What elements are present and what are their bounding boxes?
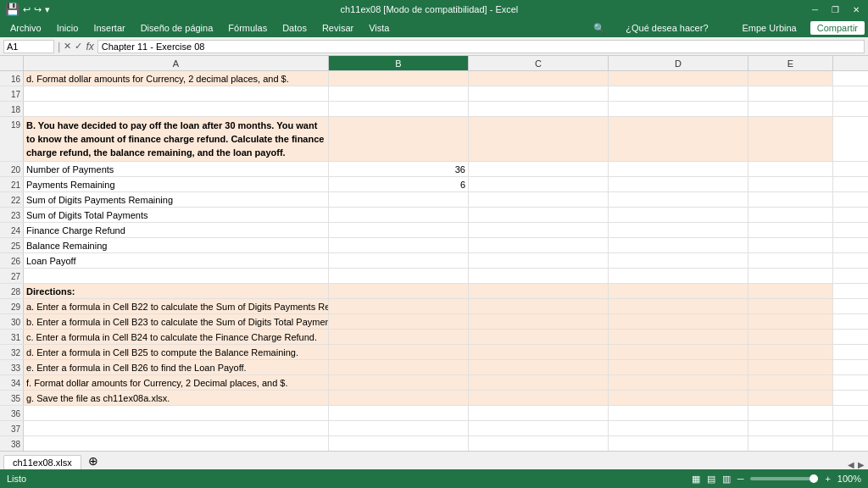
cell-31-A[interactable]: c. Enter a formula in Cell B24 to calcul… (24, 330, 329, 344)
cell-36-A[interactable] (24, 406, 329, 420)
cell-24-C[interactable] (469, 223, 609, 237)
cell-24-E[interactable] (748, 223, 833, 237)
page-break-icon[interactable]: ▥ (722, 474, 731, 485)
cell-29-C[interactable] (469, 299, 609, 313)
col-header-c[interactable]: C (469, 56, 609, 70)
cell-38-D[interactable] (609, 436, 748, 451)
cell-18-D[interactable] (609, 102, 748, 116)
cell-27-B[interactable] (329, 269, 469, 283)
cell-19-E[interactable] (748, 117, 833, 161)
col-header-a[interactable]: A (24, 56, 329, 70)
cell-17-E[interactable] (748, 86, 833, 101)
cell-21-C[interactable] (469, 177, 609, 191)
cell-20-C[interactable] (469, 162, 609, 176)
cell-31-C[interactable] (469, 330, 609, 344)
cell-33-B[interactable] (329, 360, 469, 374)
cell-28-D[interactable] (609, 284, 748, 298)
cell-26-C[interactable] (469, 253, 609, 268)
cell-29-E[interactable] (748, 299, 833, 313)
cell-36-B[interactable] (329, 406, 469, 420)
cell-19-D[interactable] (609, 117, 748, 161)
cell-25-B[interactable] (329, 238, 469, 252)
cell-32-D[interactable] (609, 345, 748, 359)
cell-37-D[interactable] (609, 421, 748, 435)
cell-31-E[interactable] (748, 330, 833, 344)
cell-24-A[interactable]: Finance Charge Refund (24, 223, 329, 237)
cell-29-D[interactable] (609, 299, 748, 313)
cell-24-D[interactable] (609, 223, 748, 237)
cell-16-B[interactable] (329, 71, 469, 86)
cell-31-D[interactable] (609, 330, 748, 344)
cell-16-C[interactable] (469, 71, 609, 86)
cell-26-B[interactable] (329, 253, 469, 268)
cell-21-D[interactable] (609, 177, 748, 191)
cell-33-D[interactable] (609, 360, 748, 374)
cell-33-A[interactable]: e. Enter a formula in Cell B26 to find t… (24, 360, 329, 374)
cell-17-A[interactable] (24, 86, 329, 101)
cell-36-C[interactable] (469, 406, 609, 420)
cell-16-A[interactable]: d. Format dollar amounts for Currency, 2… (24, 71, 329, 86)
confirm-icon[interactable]: ✓ (75, 41, 82, 52)
cell-34-E[interactable] (748, 375, 833, 390)
cell-27-A[interactable] (24, 269, 329, 283)
cell-20-A[interactable]: Number of Payments (24, 162, 329, 176)
zoom-minus-icon[interactable]: ─ (737, 474, 744, 484)
page-layout-icon[interactable]: ▤ (707, 474, 715, 485)
cell-16-E[interactable] (748, 71, 833, 86)
cell-34-C[interactable] (469, 375, 609, 390)
cell-21-B[interactable]: 6 (329, 177, 469, 191)
menu-diseno[interactable]: Diseño de página (134, 21, 220, 35)
restore-button[interactable]: ❐ (828, 5, 843, 14)
cell-19-C[interactable] (469, 117, 609, 161)
cell-35-A[interactable]: g. Save the file as ch11ex08a.xlsx. (24, 391, 329, 405)
cell-28-E[interactable] (748, 284, 833, 298)
normal-view-icon[interactable]: ▦ (692, 474, 700, 485)
cell-30-A[interactable]: b. Enter a formula in Cell B23 to calcul… (24, 314, 329, 329)
cell-23-E[interactable] (748, 208, 833, 222)
cell-22-E[interactable] (748, 192, 833, 207)
cell-32-E[interactable] (748, 345, 833, 359)
cell-23-C[interactable] (469, 208, 609, 222)
menu-formulas[interactable]: Fórmulas (221, 21, 274, 35)
cell-33-E[interactable] (748, 360, 833, 374)
cell-38-E[interactable] (748, 436, 833, 451)
menu-vista[interactable]: Vista (362, 21, 396, 35)
cell-28-A[interactable]: Directions: (24, 284, 329, 298)
cell-37-B[interactable] (329, 421, 469, 435)
cell-26-D[interactable] (609, 253, 748, 268)
zoom-plus-icon[interactable]: + (825, 474, 830, 484)
cell-37-C[interactable] (469, 421, 609, 435)
cell-29-B[interactable] (329, 299, 469, 313)
cell-37-A[interactable] (24, 421, 329, 435)
cell-20-E[interactable] (748, 162, 833, 176)
cell-23-B[interactable] (329, 208, 469, 222)
cell-34-B[interactable] (329, 375, 469, 390)
cell-30-B[interactable] (329, 314, 469, 329)
col-header-b[interactable]: B (329, 56, 469, 70)
cell-32-C[interactable] (469, 345, 609, 359)
cell-27-C[interactable] (469, 269, 609, 283)
cell-18-B[interactable] (329, 102, 469, 116)
cell-reference-input[interactable] (3, 40, 54, 53)
cell-17-B[interactable] (329, 86, 469, 101)
cell-36-D[interactable] (609, 406, 748, 420)
cell-16-D[interactable] (609, 71, 748, 86)
cell-30-E[interactable] (748, 314, 833, 329)
cell-29-A[interactable]: a. Enter a formula in Cell B22 to calcul… (24, 299, 329, 313)
menu-insertar[interactable]: Insertar (86, 21, 131, 35)
cell-19-B[interactable] (329, 117, 469, 161)
cell-37-E[interactable] (748, 421, 833, 435)
menu-datos[interactable]: Datos (275, 21, 314, 35)
cancel-icon[interactable]: ✕ (64, 41, 71, 52)
cell-26-E[interactable] (748, 253, 833, 268)
menu-revisar[interactable]: Revisar (315, 21, 360, 35)
undo-icon[interactable]: ↩ (23, 4, 31, 15)
col-header-d[interactable]: D (609, 56, 748, 70)
cell-18-C[interactable] (469, 102, 609, 116)
cell-19-A[interactable]: B. You have decided to pay off the loan … (24, 117, 329, 161)
cell-38-A[interactable] (24, 436, 329, 451)
cell-34-A[interactable]: f. Format dollar amounts for Currency, 2… (24, 375, 329, 390)
cell-30-C[interactable] (469, 314, 609, 329)
cell-35-D[interactable] (609, 391, 748, 405)
close-button[interactable]: ✕ (849, 5, 863, 14)
